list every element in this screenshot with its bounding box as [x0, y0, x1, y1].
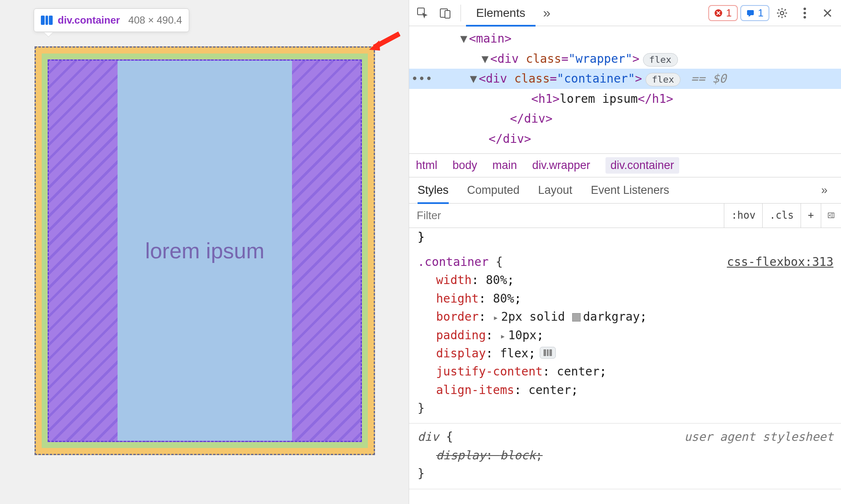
css-property[interactable]: align-items: center; [418, 381, 833, 399]
flex-editor-button[interactable] [540, 347, 556, 359]
new-rule-button[interactable] [801, 204, 821, 228]
svg-rect-22 [544, 349, 546, 356]
color-swatch[interactable] [572, 313, 581, 322]
flex-icon [41, 16, 53, 25]
tab-computed[interactable]: Computed [467, 184, 520, 197]
tooltip-selector: div.container [58, 14, 120, 26]
rule-close: } [409, 228, 841, 249]
content-text: lorem ipsum [145, 238, 264, 263]
more-tabs-button[interactable]: » [538, 5, 556, 21]
rule-selector[interactable]: div [418, 430, 439, 444]
dom-node[interactable]: </div> [409, 129, 841, 149]
css-rule-useragent[interactable]: user agent stylesheet div { display: blo… [409, 424, 841, 489]
flex-chip[interactable]: flex [645, 73, 680, 86]
dom-node[interactable]: ▼<div class="wrapper">flex [409, 49, 841, 69]
devtools-toolbar: Elements » 1 1 [409, 0, 841, 26]
svg-line-15 [785, 9, 786, 11]
child-element: lorem ipsum [118, 61, 292, 441]
console-ref: == $0 [691, 72, 733, 86]
more-tabs-button[interactable]: » [821, 184, 833, 197]
css-property[interactable]: justify-content: center; [418, 362, 833, 381]
computed-sidebar-toggle[interactable] [821, 204, 841, 228]
svg-rect-5 [445, 11, 450, 18]
inspect-tooltip: div.container 408 × 490.4 [34, 8, 189, 32]
svg-point-19 [804, 16, 806, 19]
dom-tree[interactable]: ▼<main> ▼<div class="wrapper">flex ••• ▼… [409, 26, 841, 154]
crumb[interactable]: main [493, 159, 517, 172]
flex-chip[interactable]: flex [643, 53, 678, 67]
dom-node-selected[interactable]: ••• ▼<div class="container">flex == $0 [409, 69, 841, 89]
dom-node[interactable]: </div> [409, 109, 841, 129]
page-viewport: div.container 408 × 490.4 lorem ipsum [0, 0, 409, 504]
svg-line-16 [778, 16, 779, 17]
css-property[interactable]: display: flex; [418, 344, 833, 362]
rule-source-link[interactable]: css-flexbox:313 [727, 253, 833, 271]
annotation-arrow-icon [367, 31, 400, 52]
rule-source: user agent stylesheet [684, 428, 833, 446]
filter-input[interactable] [409, 204, 724, 228]
messages-badge[interactable]: 1 [740, 5, 769, 21]
rule-selector[interactable]: .container [418, 255, 489, 269]
cls-toggle[interactable]: .cls [762, 204, 801, 228]
css-property[interactable]: height: 80%; [418, 290, 833, 308]
dom-node[interactable]: ▼<main> [409, 29, 841, 49]
highlight-margin: lorem ipsum [35, 46, 375, 455]
crumb[interactable]: html [416, 159, 437, 172]
crumb[interactable]: body [453, 159, 477, 172]
svg-point-18 [804, 12, 806, 14]
breadcrumb: html body main div.wrapper div.container [409, 154, 841, 177]
svg-line-13 [778, 9, 779, 11]
css-rule[interactable]: css-flexbox:313 .container { width: 80%;… [409, 249, 841, 424]
styles-pane-tabs: Styles Computed Layout Event Listeners » [409, 177, 841, 204]
highlight-padding: lorem ipsum [42, 54, 368, 448]
errors-count: 1 [726, 7, 731, 19]
tab-styles[interactable]: Styles [418, 178, 449, 204]
svg-point-8 [780, 11, 784, 15]
kebab-menu-button[interactable] [795, 3, 815, 23]
css-property[interactable]: border: 2px solid darkgray; [418, 308, 833, 326]
messages-count: 1 [758, 7, 763, 19]
close-button[interactable] [817, 3, 838, 23]
svg-rect-1 [46, 16, 48, 25]
styles-filter-row: :hov .cls [409, 204, 841, 228]
styles-pane[interactable]: } css-flexbox:313 .container { width: 80… [409, 228, 841, 504]
css-property[interactable]: width: 80%; [418, 271, 833, 289]
dom-node[interactable]: <h1>lorem ipsum</h1> [409, 89, 841, 109]
svg-rect-24 [549, 349, 552, 356]
tab-layout[interactable]: Layout [538, 184, 572, 197]
svg-rect-7 [747, 10, 754, 15]
svg-line-14 [785, 16, 786, 17]
errors-badge[interactable]: 1 [708, 5, 737, 21]
settings-button[interactable] [772, 3, 792, 23]
css-property[interactable]: padding: 10px; [418, 326, 833, 344]
device-toggle-button[interactable] [435, 3, 455, 23]
hov-toggle[interactable]: :hov [724, 204, 762, 228]
ellipsis-icon[interactable]: ••• [409, 69, 434, 89]
tab-event-listeners[interactable]: Event Listeners [591, 184, 669, 197]
svg-point-17 [804, 8, 806, 10]
svg-rect-0 [41, 16, 45, 25]
devtools-panel: Elements » 1 1 ▼<main> ▼<div class="wrap… [409, 0, 841, 504]
css-property-overridden[interactable]: display: block; [418, 446, 833, 464]
crumb[interactable]: div.wrapper [532, 159, 590, 172]
tab-elements[interactable]: Elements [466, 1, 536, 27]
svg-rect-23 [547, 349, 549, 356]
svg-rect-2 [49, 16, 53, 25]
crumb-active[interactable]: div.container [605, 157, 679, 174]
tooltip-dimensions: 408 × 490.4 [125, 14, 182, 26]
inspect-button[interactable] [412, 3, 433, 23]
highlight-content: lorem ipsum [48, 59, 362, 442]
separator [461, 5, 461, 21]
